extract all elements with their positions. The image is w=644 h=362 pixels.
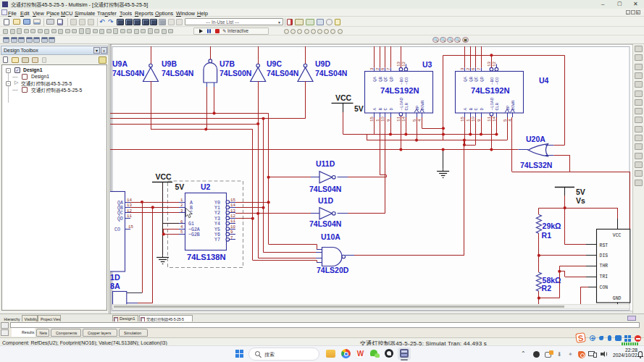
svg-text:C: C: [383, 108, 388, 111]
svg-text:~G2A: ~G2A: [188, 227, 200, 232]
svg-text:D: D: [480, 108, 485, 111]
svg-text:U2: U2: [201, 182, 211, 191]
svg-text:74LS20D: 74LS20D: [317, 266, 349, 274]
svg-text:12: 12: [401, 62, 406, 67]
svg-text:Y2: Y2: [214, 211, 220, 216]
svg-text:7: 7: [386, 67, 391, 70]
svg-text:Vs: Vs: [576, 196, 585, 205]
svg-text:6: 6: [380, 67, 385, 70]
svg-text:U9A: U9A: [112, 59, 127, 68]
svg-text:74LS192N: 74LS192N: [471, 86, 510, 95]
svg-text:QC: QC: [117, 211, 123, 216]
svg-text:~CO: ~CO: [495, 77, 500, 85]
svg-text:74LS04N: 74LS04N: [112, 69, 144, 77]
svg-text:15: 15: [369, 117, 375, 122]
svg-text:74LS192N: 74LS192N: [380, 86, 419, 95]
svg-text:6: 6: [471, 67, 476, 70]
svg-text:13: 13: [487, 62, 492, 67]
svg-text:2: 2: [466, 67, 471, 70]
svg-text:CON: CON: [600, 285, 609, 290]
svg-text:CLR: CLR: [404, 102, 409, 110]
svg-text:QD: QD: [117, 216, 123, 222]
svg-text:Y5: Y5: [214, 227, 220, 232]
svg-text:DIS: DIS: [600, 253, 609, 258]
svg-text:~LOAD: ~LOAD: [399, 97, 404, 110]
svg-text:4: 4: [180, 224, 183, 230]
svg-text:~LOAD: ~LOAD: [490, 97, 495, 110]
svg-text:15: 15: [230, 198, 235, 203]
svg-text:9: 9: [477, 119, 482, 122]
svg-text:9: 9: [230, 230, 233, 235]
svg-text:1: 1: [466, 119, 471, 122]
svg-text:~BO: ~BO: [490, 77, 495, 85]
svg-text:6: 6: [180, 219, 183, 224]
svg-text:A: A: [372, 108, 377, 111]
svg-text:74LS138N: 74LS138N: [187, 253, 226, 261]
svg-text:12: 12: [230, 214, 235, 219]
svg-text:3: 3: [180, 209, 183, 214]
svg-text:QA: QA: [372, 76, 377, 82]
svg-text:QA: QA: [117, 201, 123, 206]
svg-text:U9C: U9C: [267, 59, 282, 68]
svg-text:DOWN: DOWN: [511, 100, 516, 111]
svg-text:U3: U3: [422, 60, 432, 69]
svg-text:QD: QD: [389, 76, 394, 82]
svg-text:9: 9: [386, 119, 391, 122]
svg-text:R1: R1: [542, 231, 552, 240]
svg-text:QB: QB: [117, 206, 123, 211]
svg-text:10: 10: [471, 117, 476, 122]
svg-text:U11D: U11D: [316, 159, 335, 168]
svg-text:3: 3: [369, 67, 375, 70]
svg-text:U10A: U10A: [321, 232, 340, 241]
svg-text:5: 5: [180, 230, 183, 235]
svg-text:5V: 5V: [354, 104, 364, 113]
svg-text:3: 3: [460, 67, 465, 70]
svg-text:QB: QB: [469, 76, 474, 82]
svg-text:U9D: U9D: [315, 59, 330, 68]
svg-text:74LS04N: 74LS04N: [309, 185, 341, 193]
svg-text:8A: 8A: [110, 282, 120, 290]
svg-text:VCC: VCC: [335, 93, 352, 102]
svg-text:~CO: ~CO: [404, 77, 409, 85]
svg-text:QC: QC: [474, 76, 479, 82]
svg-text:5: 5: [412, 119, 417, 122]
svg-text:~G2B: ~G2B: [188, 232, 200, 237]
svg-text:QA: QA: [463, 76, 468, 82]
svg-text:74LS04N: 74LS04N: [267, 69, 298, 77]
svg-text:12: 12: [492, 62, 497, 67]
svg-text:74LS04N: 74LS04N: [309, 219, 341, 228]
svg-text:QB: QB: [378, 76, 383, 82]
svg-text:CO: CO: [114, 227, 120, 232]
svg-text:10: 10: [380, 117, 385, 122]
svg-text:4: 4: [417, 119, 422, 122]
svg-text:Y4: Y4: [214, 222, 220, 227]
svg-text:5: 5: [503, 119, 508, 122]
svg-text:5V: 5V: [576, 188, 585, 196]
svg-text:7: 7: [477, 67, 482, 70]
svg-text:7: 7: [230, 235, 233, 240]
svg-text:11: 11: [230, 219, 235, 224]
svg-text:Y0: Y0: [214, 201, 220, 206]
svg-text:D: D: [389, 108, 394, 111]
svg-text:QD: QD: [480, 76, 485, 82]
svg-text:14: 14: [401, 117, 406, 122]
svg-text:U4: U4: [539, 76, 549, 85]
svg-text:Y1: Y1: [214, 206, 220, 211]
svg-text:11: 11: [487, 117, 492, 122]
svg-text:1: 1: [180, 198, 183, 203]
svg-text:G1: G1: [188, 222, 194, 227]
svg-text:74LS00N: 74LS00N: [219, 69, 251, 77]
svg-text:2: 2: [180, 203, 183, 208]
svg-text:1D: 1D: [110, 273, 120, 282]
svg-text:10: 10: [230, 224, 235, 230]
svg-text:11: 11: [127, 214, 132, 219]
svg-text:74LS04N: 74LS04N: [315, 69, 347, 77]
svg-text:74LS32N: 74LS32N: [520, 161, 552, 169]
svg-text:Y3: Y3: [214, 216, 220, 222]
svg-text:GND: GND: [613, 296, 622, 301]
svg-text:Y7: Y7: [214, 237, 220, 243]
svg-text:A: A: [463, 108, 468, 111]
svg-text:U7B: U7B: [219, 59, 235, 68]
svg-text:A: A: [190, 201, 193, 206]
svg-text:B: B: [190, 206, 193, 211]
